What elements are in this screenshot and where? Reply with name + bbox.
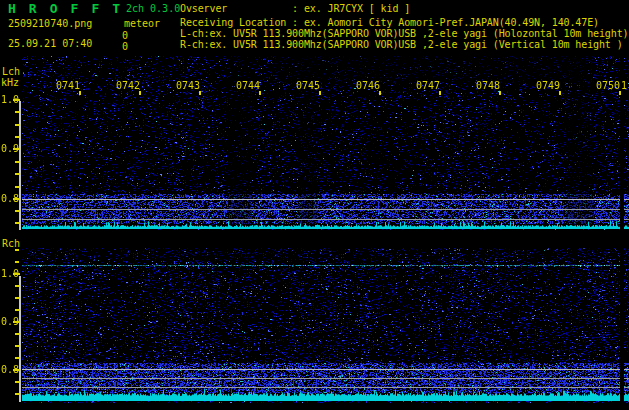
axis-tick: [15, 222, 19, 224]
axis-tick: [619, 91, 621, 95]
mode-label: meteor: [124, 18, 160, 29]
time-label: 0747: [414, 81, 440, 91]
axis-tick: [15, 173, 19, 175]
time-label: 0748: [474, 81, 500, 91]
axis-tick: [13, 148, 20, 150]
version-label: 2ch 0.3.0: [126, 3, 180, 14]
rch-spectrogram-canvas: [22, 248, 629, 403]
axis-tick: [13, 369, 20, 371]
axis-tick: [15, 285, 19, 287]
axis-tick: [559, 91, 561, 95]
axis-tick: [379, 91, 381, 95]
hrofft-screen: H R O F F T 2ch 0.3.0 2509210740.png met…: [0, 0, 629, 410]
meteor-count-r: 0: [95, 41, 128, 52]
observer-line: Ovserver : ex. JR7CYX [ kid ]: [180, 3, 410, 14]
time-label: 0750: [594, 81, 620, 91]
axis-tick: [15, 309, 19, 311]
axis-tick: [15, 345, 19, 347]
location-line: Receiving Location : ex. Aomori City Aom…: [180, 17, 599, 28]
axis-tick: [15, 297, 19, 299]
axis-tick: [15, 333, 19, 335]
app-title: H R O F F T: [8, 2, 123, 15]
axis-tick: [15, 210, 19, 212]
meteor-count-l: 0: [95, 30, 128, 41]
axis-tick: [13, 321, 20, 323]
axis-tick: [15, 186, 19, 188]
datetime-label: 25.09.21 07:40: [8, 38, 92, 49]
time-label: 0743: [174, 81, 200, 91]
axis-tick: [13, 198, 20, 200]
axis-tick: [13, 273, 20, 275]
time-label: 0749: [534, 81, 560, 91]
axis-tick: [15, 161, 19, 163]
lch-config-line: L-ch:ex. UV5R 113.900Mhz(SAPPORO VOR)USB…: [180, 28, 628, 39]
axis-tick: [439, 91, 441, 95]
time-label-partial: 1: [621, 81, 629, 91]
rch-axis-border: [19, 276, 21, 402]
axis-tick: [499, 91, 501, 95]
rch-panel-label: Rch: [2, 238, 20, 249]
lch-axis-border: [19, 101, 21, 230]
axis-tick: [259, 91, 261, 95]
axis-tick: [15, 124, 19, 126]
lch-panel-label: Lch: [2, 66, 20, 77]
axis-tick: [13, 99, 20, 101]
time-label: 0742: [114, 81, 140, 91]
rch-config-line: R-ch:ex. UV5R 113.900Mhz(SAPPORO VOR)USB…: [180, 39, 623, 50]
axis-tick: [15, 357, 19, 359]
axis-tick: [15, 393, 19, 395]
axis-tick: [15, 261, 19, 263]
time-label: 0746: [354, 81, 380, 91]
axis-tick: [15, 136, 19, 138]
axis-tick: [319, 91, 321, 95]
freq-axis-unit: kHz: [1, 77, 19, 88]
axis-tick: [15, 111, 19, 113]
filename-label: 2509210740.png: [8, 18, 92, 29]
axis-tick: [15, 381, 19, 383]
time-label: 0741: [54, 81, 80, 91]
axis-tick: [15, 249, 19, 251]
axis-tick: [199, 91, 201, 95]
axis-tick: [79, 91, 81, 95]
time-label: 0745: [294, 81, 320, 91]
time-label: 0744: [234, 81, 260, 91]
axis-tick: [139, 91, 141, 95]
